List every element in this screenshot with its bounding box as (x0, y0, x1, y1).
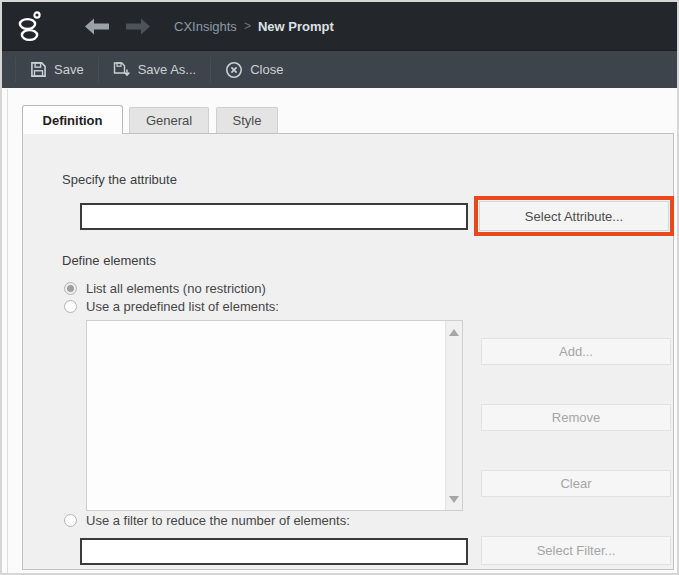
scroll-up-icon (449, 329, 459, 336)
save-as-icon (113, 61, 131, 78)
breadcrumb: CXInsights > New Prompt (174, 2, 334, 50)
add-button[interactable]: Add... (481, 338, 671, 365)
breadcrumb-parent[interactable]: CXInsights (174, 19, 237, 34)
save-button-label: Save (54, 62, 84, 77)
radio-button-selected[interactable] (64, 282, 77, 295)
radio-predefined-list-label: Use a predefined list of elements: (86, 299, 279, 314)
genesys-logo-icon (17, 9, 43, 43)
select-attribute-button[interactable]: Select Attribute... (479, 201, 669, 231)
app-window: CXInsights > New Prompt Save Save As... (0, 0, 679, 575)
clear-button-label: Clear (560, 476, 591, 491)
filter-input[interactable] (80, 538, 468, 565)
select-attribute-button-label: Select Attribute... (525, 209, 623, 224)
radio-filter-label: Use a filter to reduce the number of ele… (86, 513, 350, 528)
back-arrow-icon[interactable] (85, 18, 109, 35)
add-button-label: Add... (559, 344, 593, 359)
radio-button[interactable] (64, 514, 77, 527)
listbox-scrollbar[interactable] (445, 321, 462, 510)
tab-general[interactable]: General (129, 107, 209, 133)
scroll-up-button[interactable] (446, 323, 462, 341)
specify-attribute-label: Specify the attribute (62, 172, 177, 187)
breadcrumb-current: New Prompt (258, 19, 334, 34)
radio-option-filter[interactable]: Use a filter to reduce the number of ele… (64, 513, 350, 528)
close-button[interactable]: Close (211, 51, 297, 89)
close-icon (225, 61, 243, 79)
radio-list-all-label: List all elements (no restriction) (86, 281, 266, 296)
define-elements-label: Define elements (62, 253, 156, 268)
radio-button[interactable] (64, 300, 77, 313)
tab-definition-label: Definition (43, 113, 103, 128)
select-filter-button-label: Select Filter... (537, 543, 616, 558)
save-button[interactable]: Save (16, 51, 98, 89)
header-bar: CXInsights > New Prompt (2, 2, 677, 50)
close-button-label: Close (250, 62, 283, 77)
scroll-down-button[interactable] (446, 490, 462, 508)
toolbar: Save Save As... Close (2, 50, 677, 88)
radio-option-list-all[interactable]: List all elements (no restriction) (64, 281, 266, 296)
forward-arrow-icon[interactable] (126, 18, 150, 35)
frame-divider (7, 89, 8, 573)
remove-button-label: Remove (552, 410, 600, 425)
elements-listbox[interactable] (86, 320, 463, 511)
attribute-input[interactable] (80, 203, 468, 230)
save-as-button-label: Save As... (138, 62, 197, 77)
scroll-down-icon (449, 496, 459, 503)
radio-option-predefined-list[interactable]: Use a predefined list of elements: (64, 299, 279, 314)
tab-general-label: General (146, 113, 192, 128)
breadcrumb-separator: > (244, 19, 251, 33)
clear-button[interactable]: Clear (481, 470, 671, 497)
tab-definition[interactable]: Definition (22, 105, 123, 134)
save-icon (30, 61, 47, 78)
tab-style-label: Style (233, 113, 262, 128)
select-filter-button[interactable]: Select Filter... (481, 536, 671, 565)
select-attribute-highlight: Select Attribute... (474, 196, 674, 236)
remove-button[interactable]: Remove (481, 404, 671, 431)
save-as-button[interactable]: Save As... (99, 51, 211, 89)
tab-style[interactable]: Style (216, 107, 278, 133)
